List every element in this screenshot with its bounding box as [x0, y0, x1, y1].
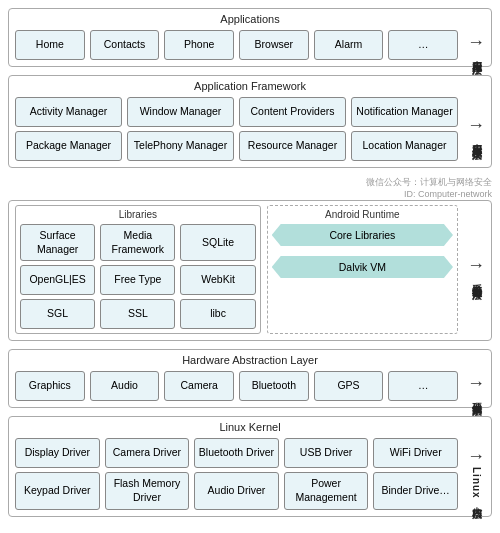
libraries-runtime-label-cn: 系统运行时库层: [469, 276, 483, 283]
linux-box-row1: Display Driver Camera Driver Bluetooth D…: [15, 438, 458, 468]
appframework-arrow: → 应用程序框架层: [467, 116, 485, 143]
lk-bluetooth: Bluetooth Driver: [194, 438, 279, 468]
libraries-runtime-layer: Libraries Surface Manager Media Framewor…: [8, 200, 492, 341]
lk-usb: USB Driver: [284, 438, 369, 468]
app-box-contacts: Contacts: [90, 30, 160, 60]
app-box-more: …: [388, 30, 458, 60]
linux-kernel-boxes: Display Driver Camera Driver Bluetooth D…: [15, 438, 458, 509]
applications-arrow: → 应用程序层: [467, 33, 485, 58]
appframework-boxes: Activity Manager Window Manager Content …: [15, 97, 458, 161]
linux-kernel-layer: Linux Kernel Display Driver Camera Drive…: [8, 416, 492, 516]
applications-label-cn: 应用程序层: [469, 53, 483, 58]
hal-label-cn: 硬件抽象层: [469, 394, 483, 399]
lib-webkit: WebKit: [180, 265, 255, 295]
af-box-resource: Resource Manager: [239, 131, 346, 161]
applications-arrow-icon: →: [467, 33, 485, 51]
runtime-block: Android Runtime Core Libraries Dalvik VM: [267, 205, 458, 334]
lk-display: Display Driver: [15, 438, 100, 468]
hal-gps: GPS: [314, 371, 384, 401]
lk-power: Power Management: [284, 472, 369, 509]
linux-kernel-row: Display Driver Camera Driver Bluetooth D…: [15, 438, 485, 509]
lib-sgl: SGL: [20, 299, 95, 329]
appframework-layer: Application Framework Activity Manager W…: [8, 75, 492, 168]
lk-audio: Audio Driver: [194, 472, 279, 509]
hal-bluetooth: Bluetooth: [239, 371, 309, 401]
hal-row: Graphics Audio Camera Bluetooth GPS … → …: [15, 371, 485, 401]
linux-kernel-arrow-icon: →: [467, 447, 485, 465]
rt-core-libraries: Core Libraries: [272, 224, 453, 246]
af-box-content: Content Providers: [239, 97, 346, 127]
applications-box-row1: Home Contacts Phone Browser Alarm …: [15, 30, 458, 60]
lk-keypad: Keypad Driver: [15, 472, 100, 509]
af-box-telephony: TelePhony Manager: [127, 131, 234, 161]
appframework-row: Activity Manager Window Manager Content …: [15, 97, 485, 161]
lk-binder: Binder Drive…: [373, 472, 458, 509]
af-box-window: Window Manager: [127, 97, 234, 127]
appframework-box-row2: Package Manager TelePhony Manager Resour…: [15, 131, 458, 161]
lib-row1: Surface Manager Media Framework SQLite: [20, 224, 256, 261]
linux-kernel-arrow: → Linux内核层: [467, 447, 485, 502]
libraries-runtime-arrow: → 系统运行时库层: [467, 256, 485, 283]
hal-camera: Camera: [164, 371, 234, 401]
af-box-activity: Activity Manager: [15, 97, 122, 127]
libraries-block: Libraries Surface Manager Media Framewor…: [15, 205, 261, 334]
applications-row: Home Contacts Phone Browser Alarm … → 应用…: [15, 30, 485, 60]
hal-boxes: Graphics Audio Camera Bluetooth GPS …: [15, 371, 458, 401]
lk-flash: Flash Memory Driver: [105, 472, 190, 509]
hal-arrow: → 硬件抽象层: [467, 374, 485, 399]
runtime-boxes: Core Libraries Dalvik VM: [272, 224, 453, 282]
runtime-subtitle: Android Runtime: [272, 209, 453, 220]
lib-row2: OpenGL|ES Free Type WebKit: [20, 265, 256, 295]
applications-boxes: Home Contacts Phone Browser Alarm …: [15, 30, 458, 60]
watermark-line1: 微信公众号：计算机与网络安全: [366, 177, 492, 187]
lib-surface: Surface Manager: [20, 224, 95, 261]
lk-camera: Camera Driver: [105, 438, 190, 468]
hal-title: Hardware Abstraction Layer: [15, 354, 485, 366]
af-box-notification: Notification Manager: [351, 97, 458, 127]
appframework-label-cn: 应用程序框架层: [469, 136, 483, 143]
hal-layer: Hardware Abstraction Layer Graphics Audi…: [8, 349, 492, 408]
hal-box-row1: Graphics Audio Camera Bluetooth GPS …: [15, 371, 458, 401]
lib-sqlite: SQLite: [180, 224, 255, 261]
app-box-phone: Phone: [164, 30, 234, 60]
app-box-browser: Browser: [239, 30, 309, 60]
hal-graphics: Graphics: [15, 371, 85, 401]
lib-freetype: Free Type: [100, 265, 175, 295]
watermark-line2: ID: Computer-network: [404, 189, 492, 199]
appframework-title: Application Framework: [15, 80, 485, 92]
lk-wifi: WiFi Driver: [373, 438, 458, 468]
appframework-box-row1: Activity Manager Window Manager Content …: [15, 97, 458, 127]
runtime-section: Libraries Surface Manager Media Framewor…: [15, 205, 458, 334]
af-box-package: Package Manager: [15, 131, 122, 161]
linux-box-row2: Keypad Driver Flash Memory Driver Audio …: [15, 472, 458, 509]
libraries-subtitle: Libraries: [20, 209, 256, 220]
lib-ssl: SSL: [100, 299, 175, 329]
lib-media: Media Framework: [100, 224, 175, 261]
libraries-runtime-row: Libraries Surface Manager Media Framewor…: [15, 205, 485, 334]
app-box-home: Home: [15, 30, 85, 60]
libraries-runtime-content: Libraries Surface Manager Media Framewor…: [15, 205, 458, 334]
linux-kernel-title: Linux Kernel: [15, 421, 485, 433]
appframework-arrow-icon: →: [467, 116, 485, 134]
af-box-location: Location Manager: [351, 131, 458, 161]
watermark: 微信公众号：计算机与网络安全 ID: Computer-network: [8, 176, 492, 199]
lib-row3: SGL SSL libc: [20, 299, 256, 329]
applications-layer: Applications Home Contacts Phone Browser…: [8, 8, 492, 67]
applications-title: Applications: [15, 13, 485, 25]
hal-audio: Audio: [90, 371, 160, 401]
hal-more: …: [388, 371, 458, 401]
rt-dalvik: Dalvik VM: [272, 256, 453, 278]
lib-opengl: OpenGL|ES: [20, 265, 95, 295]
lib-libc: libc: [180, 299, 255, 329]
libraries-runtime-arrow-icon: →: [467, 256, 485, 274]
app-box-alarm: Alarm: [314, 30, 384, 60]
linux-kernel-label-cn: Linux内核层: [469, 467, 483, 502]
hal-arrow-icon: →: [467, 374, 485, 392]
